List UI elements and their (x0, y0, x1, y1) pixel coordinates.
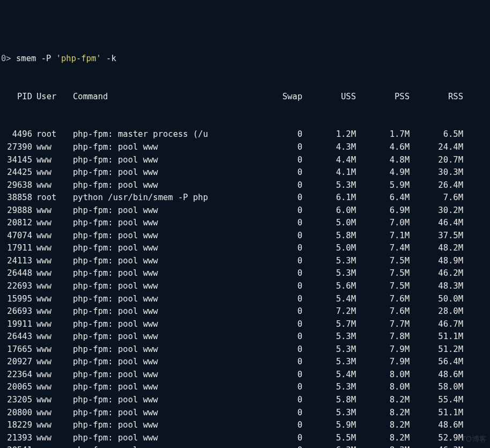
cell-command: php-fpm: pool www (62, 407, 249, 420)
cell-pid: 15995 (1, 293, 32, 306)
cell-rss: 51.1M (410, 407, 463, 420)
cell-uss: 7.2M (302, 305, 356, 318)
cell-user: www (32, 166, 62, 179)
cell-pss: 1.7M (356, 128, 410, 141)
table-header-row: PIDUserCommandSwapUSSPSSRSS (0, 91, 490, 104)
cell-pss: 7.0M (356, 217, 410, 230)
cell-user: www (32, 318, 62, 331)
cell-rss: 24.4M (410, 141, 463, 154)
cell-uss: 5.3M (302, 331, 356, 343)
cell-pid: 38858 (1, 192, 32, 204)
cell-swap: 0 (249, 255, 302, 268)
cell-pss: 6.9M (356, 204, 410, 217)
cell-swap: 0 (249, 432, 302, 445)
cell-command: php-fpm: pool www (62, 217, 249, 230)
cell-command: php-fpm: pool www (62, 381, 249, 394)
cell-rss: 46.7M (410, 318, 463, 331)
prompt-prefix: 0> (1, 54, 11, 63)
watermark: TO博客 (462, 434, 487, 445)
cell-swap: 0 (249, 343, 302, 356)
cell-pss: 5.9M (356, 179, 410, 192)
cell-command: php-fpm: pool www (62, 166, 249, 179)
cell-pss: 7.5M (356, 267, 410, 280)
cell-rss: 46.4M (410, 217, 463, 230)
cell-command: php-fpm: pool www (62, 179, 249, 192)
cell-user: www (32, 217, 62, 230)
cell-pss: 4.6M (356, 141, 410, 154)
cell-swap: 0 (249, 242, 302, 255)
cell-user: www (32, 331, 62, 343)
cell-user: www (32, 407, 62, 420)
command-name: smem (16, 54, 36, 63)
process-list: 4496rootphp-fpm: master process (/u01.2M… (0, 128, 490, 448)
table-row: 26448wwwphp-fpm: pool www05.3M7.5M46.2M (0, 267, 490, 280)
cell-user: www (32, 419, 62, 432)
cell-uss: 1.2M (302, 128, 356, 141)
cell-rss: 37.5M (410, 230, 463, 243)
cell-swap: 0 (249, 419, 302, 432)
cell-pss: 8.3M (356, 444, 410, 448)
header-pid: PID (1, 91, 32, 104)
cell-user: www (32, 230, 62, 243)
cell-uss: 5.3M (302, 255, 356, 268)
cell-pss: 7.5M (356, 255, 410, 268)
command-prompt-line[interactable]: 0> smem -P 'php-fpm' -k (0, 53, 490, 65)
table-row: 18229wwwphp-fpm: pool www05.9M8.2M48.6M (0, 419, 490, 432)
cell-command: php-fpm: pool www (62, 432, 249, 445)
cell-pid: 26448 (1, 267, 32, 280)
cell-rss: 26.4M (410, 179, 463, 192)
cell-user: www (32, 432, 62, 445)
header-uss: USS (302, 91, 356, 104)
cell-rss: 48.2M (410, 242, 463, 255)
cell-command: php-fpm: pool www (62, 267, 249, 280)
cell-rss: 28.0M (410, 305, 463, 318)
cell-pid: 24425 (1, 166, 32, 179)
cell-uss: 5.8M (302, 394, 356, 407)
cell-rss: 51.2M (410, 343, 463, 356)
cell-uss: 6.0M (302, 204, 356, 217)
cell-swap: 0 (249, 407, 302, 420)
cell-swap: 0 (249, 179, 302, 192)
cell-uss: 5.3M (302, 356, 356, 369)
cell-user: www (32, 394, 62, 407)
cell-uss: 6.3M (302, 444, 356, 448)
cell-rss: 48.3M (410, 280, 463, 293)
cell-rss: 6.5M (410, 128, 463, 141)
cell-rss: 46.3M (410, 444, 463, 448)
cell-rss: 7.6M (410, 192, 463, 204)
header-command: Command (62, 91, 249, 104)
cell-uss: 5.3M (302, 343, 356, 356)
table-row: 24425wwwphp-fpm: pool www04.1M4.9M30.3M (0, 166, 490, 179)
table-row: 29888wwwphp-fpm: pool www06.0M6.9M30.2M (0, 204, 490, 217)
cell-pss: 7.6M (356, 293, 410, 306)
cell-rss: 30.2M (410, 204, 463, 217)
cell-uss: 5.7M (302, 318, 356, 331)
cell-pid: 27390 (1, 141, 32, 154)
cell-user: root (32, 128, 62, 141)
table-row: 23205wwwphp-fpm: pool www05.8M8.2M55.4M (0, 394, 490, 407)
cell-pid: 29638 (1, 179, 32, 192)
cell-swap: 0 (249, 166, 302, 179)
cell-swap: 0 (249, 293, 302, 306)
table-row: 38858rootpython /usr/bin/smem -P php06.1… (0, 192, 490, 204)
cell-uss: 5.8M (302, 230, 356, 243)
cell-command: php-fpm: pool www (62, 230, 249, 243)
cell-rss: 56.4M (410, 356, 463, 369)
cell-pid: 29888 (1, 204, 32, 217)
cell-rss: 52.9M (410, 432, 463, 445)
cell-user: www (32, 293, 62, 306)
cell-uss: 5.0M (302, 217, 356, 230)
cell-uss: 6.1M (302, 192, 356, 204)
cell-pid: 23205 (1, 394, 32, 407)
cell-rss: 20.7M (410, 154, 463, 167)
cell-user: www (32, 154, 62, 167)
cell-swap: 0 (249, 280, 302, 293)
cell-uss: 5.3M (302, 179, 356, 192)
cell-pss: 4.9M (356, 166, 410, 179)
cell-user: www (32, 369, 62, 381)
cell-swap: 0 (249, 230, 302, 243)
cell-pss: 7.1M (356, 230, 410, 243)
cell-command: php-fpm: pool www (62, 331, 249, 343)
cell-user: www (32, 343, 62, 356)
cell-pid: 17665 (1, 343, 32, 356)
